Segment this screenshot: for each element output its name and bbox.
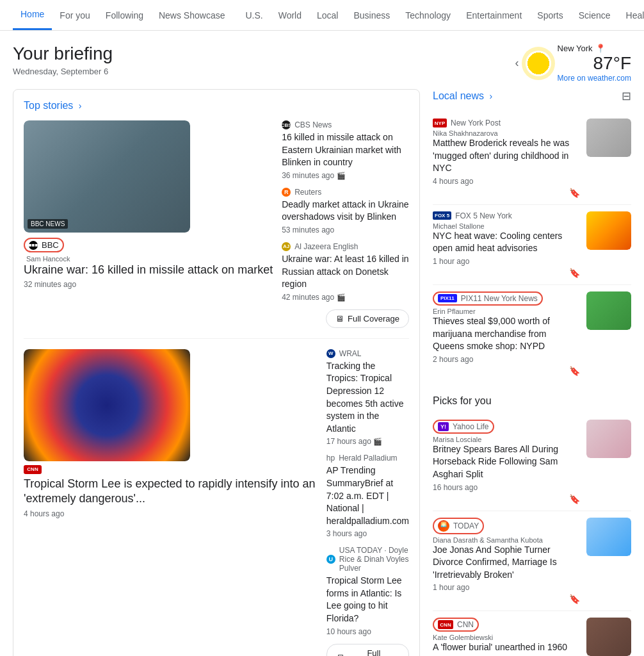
article-1-1-time: 36 minutes ago 🎬: [282, 171, 409, 180]
article-1-2-headline[interactable]: Deadly market attack in Ukraine overshad…: [282, 199, 409, 224]
local-item-2-headline[interactable]: NYC heat wave: Cooling centers open amid…: [433, 230, 580, 255]
story-1-articles: CBS CBS News 16 killed in missile attack…: [282, 120, 409, 328]
nav-following[interactable]: Following: [98, 1, 151, 29]
pick-item-3-headline[interactable]: A 'flower burial' unearthed in 1960 resh…: [433, 641, 580, 656]
cnn-icon-pick: CNN: [438, 620, 453, 629]
story-1-block: BBC NEWS ■■■ BBC Sam Hancock Ukraine war…: [24, 120, 409, 339]
article-2-1: W WRAL Tracking the Tropics: Tropical De…: [326, 349, 409, 447]
yahoo-circled: Y! Yahoo Life: [433, 420, 494, 434]
picks-title: Picks for you: [433, 395, 631, 407]
article-1-1-source: CBS CBS News: [282, 120, 409, 129]
nav-health[interactable]: Health: [618, 1, 644, 29]
picks-section: Picks for you Y! Yahoo Life Marisa Losci…: [433, 395, 631, 656]
full-coverage-2-btn[interactable]: 🖥 Full Coverage: [326, 644, 409, 656]
weather-more-link[interactable]: More on weather.com: [558, 74, 631, 83]
briefing-date: Wednesday, September 6: [13, 67, 113, 76]
full-coverage-icon-1: 🖥: [335, 314, 344, 324]
save-icon-1[interactable]: 🔖: [569, 188, 580, 198]
local-item-2-time: 1 hour ago: [433, 257, 580, 266]
article-2-3-source: U USA TODAY · Doyle Rice & Dinah Voyles …: [326, 546, 409, 573]
local-item-1-time: 4 hours ago: [433, 177, 580, 186]
pick-item-1-time: 16 hours ago: [433, 483, 580, 492]
story-2-block: CNN Tropical Storm Lee is expected to ra…: [24, 349, 409, 656]
article-2-1-headline[interactable]: Tracking the Tropics: Tropical Depressio…: [326, 360, 409, 436]
story-2-image[interactable]: [24, 349, 190, 461]
save-icon-2[interactable]: 🔖: [569, 268, 580, 278]
nav-for-you[interactable]: For you: [52, 1, 97, 29]
story-1-time: 32 minutes ago: [24, 280, 273, 289]
top-stories-title[interactable]: Top stories ›: [24, 100, 82, 111]
weather-sun-icon: [526, 51, 551, 76]
article-1-3-headline[interactable]: Ukraine war: At least 16 killed in Russi…: [282, 253, 409, 291]
nav-technology[interactable]: Technology: [398, 1, 458, 29]
save-icon-3[interactable]: 🔖: [569, 366, 580, 376]
story-2-headline[interactable]: Tropical Storm Lee is expected to rapidl…: [24, 477, 318, 507]
wral-icon: W: [326, 349, 335, 358]
full-coverage-1: 🖥 Full Coverage: [282, 309, 409, 328]
weather-prev-icon[interactable]: ‹: [515, 56, 519, 70]
local-news-header: Local news › ⊟: [433, 89, 631, 103]
article-1-2-source: R Reuters: [282, 188, 409, 197]
nav-bar: Home For you Following News Showcase U.S…: [0, 0, 644, 31]
story-1-author: Sam Hancock: [26, 255, 273, 263]
article-1-1-headline[interactable]: 16 killed in missile attack on Eastern U…: [282, 131, 409, 169]
briefing-title: Your briefing: [13, 44, 113, 64]
full-coverage-1-btn[interactable]: 🖥 Full Coverage: [326, 309, 409, 328]
pick-item-2-image: [586, 518, 631, 556]
left-column: Top stories › BBC NEWS ■■■: [13, 89, 420, 656]
nav-sports[interactable]: Sports: [529, 1, 570, 29]
pick-item-2-time: 1 hour ago: [433, 583, 580, 592]
pick-item-1-source: Y! Yahoo Life: [433, 420, 580, 434]
nav-business[interactable]: Business: [346, 1, 398, 29]
article-2-3-headline[interactable]: Tropical Storm Lee forms in Atlantic: Is…: [326, 575, 409, 625]
pick-item-1: Y! Yahoo Life Marisa Losciale Britney Sp…: [433, 413, 631, 511]
full-coverage-2: 🖥 Full Coverage: [326, 644, 409, 656]
fox5-icon: FOX 5: [433, 211, 451, 220]
nav-world[interactable]: World: [271, 1, 309, 29]
nav-home[interactable]: Home: [13, 0, 52, 30]
nav-science[interactable]: Science: [571, 1, 618, 29]
local-item-3-time: 2 hours ago: [433, 355, 580, 364]
article-1-1: CBS CBS News 16 killed in missile attack…: [282, 120, 409, 180]
story-1-source-circled: ■■■ BBC: [24, 238, 64, 252]
local-item-1-headline[interactable]: Matthew Broderick reveals he was 'mugged…: [433, 137, 580, 175]
save-icon-5[interactable]: 🔖: [569, 594, 580, 604]
weather-location: New York: [558, 44, 593, 53]
pick-item-2-content: 🌅 TODAY Diana Dasrath & Samantha Kubota …: [433, 518, 580, 605]
video-icon-2: 🎬: [337, 293, 346, 301]
local-item-3-headline[interactable]: Thieves steal $9,000 worth of marijuana …: [433, 315, 580, 353]
weather-info: New York 📍 87°F More on weather.com: [558, 44, 631, 83]
article-2-1-source: W WRAL: [326, 349, 409, 358]
article-2-2-headline[interactable]: AP Trending SummaryBrief at 7:02 a.m. ED…: [326, 464, 409, 527]
full-coverage-icon-2: 🖥: [336, 653, 344, 656]
pick-item-1-content: Y! Yahoo Life Marisa Losciale Britney Sp…: [433, 420, 580, 504]
pick-item-2: 🌅 TODAY Diana Dasrath & Samantha Kubota …: [433, 511, 631, 612]
story-1-image-label: BBC NEWS: [28, 219, 68, 229]
nav-us[interactable]: U.S.: [237, 1, 270, 29]
article-2-3-time: 10 hours ago: [326, 627, 409, 636]
filter-icon[interactable]: ⊟: [622, 89, 631, 103]
article-2-2: hp Herald Palladium AP Trending SummaryB…: [326, 454, 409, 538]
pick-item-3-content: CNN CNN Kate Golembiewski A 'flower buri…: [433, 618, 580, 656]
yahoo-icon: Y!: [438, 422, 449, 431]
today-circled: 🌅 TODAY: [433, 518, 484, 534]
usatoday-icon: U: [326, 555, 335, 564]
story-1-image[interactable]: BBC NEWS: [24, 120, 190, 233]
nav-entertainment[interactable]: Entertainment: [458, 1, 529, 29]
story-2-source-line: CNN: [24, 465, 318, 474]
pick-item-1-headline[interactable]: Britney Spears Bares All During Horsebac…: [433, 443, 580, 481]
local-news-item-1-content: NYP New York Post Nika Shakhnazarova Mat…: [433, 119, 580, 198]
nav-local[interactable]: Local: [309, 1, 346, 29]
pick-item-2-source: 🌅 TODAY: [433, 518, 580, 534]
pick-item-2-headline[interactable]: Joe Jonas And Sophie Turner Divorce Conf…: [433, 544, 580, 582]
bbc-logo: ■■■: [29, 241, 38, 250]
pick-item-3-image: [586, 618, 631, 656]
local-news-item-3-content: PIX11 PIX11 New York News Erin Pflaumer …: [433, 291, 580, 376]
local-news-title[interactable]: Local news ›: [433, 90, 492, 102]
local-news-item-3-source: PIX11 PIX11 New York News: [433, 291, 580, 306]
local-news-item-1-source: NYP New York Post: [433, 119, 580, 127]
nav-news-showcase[interactable]: News Showcase: [151, 1, 233, 29]
story-1-headline[interactable]: Ukraine war: 16 killed in missile attack…: [24, 263, 273, 277]
save-icon-4[interactable]: 🔖: [569, 494, 580, 504]
story-2-time: 4 hours ago: [24, 509, 318, 518]
